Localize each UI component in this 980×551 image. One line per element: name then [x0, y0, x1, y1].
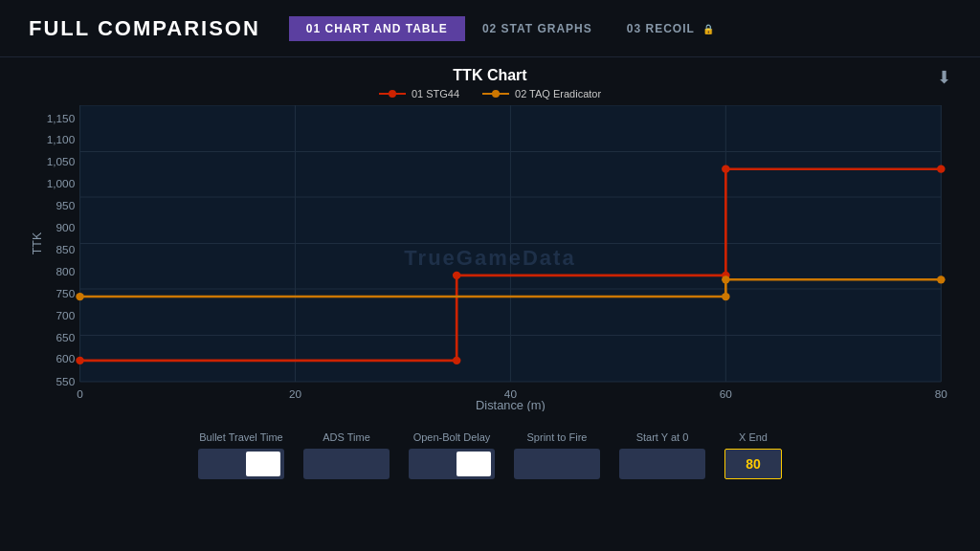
svg-text:850: 850 — [56, 244, 76, 255]
svg-text:TTK: TTK — [31, 231, 44, 254]
legend-label-taq: 02 TAQ Eradicator — [515, 88, 601, 99]
svg-text:700: 700 — [56, 310, 76, 321]
svg-text:550: 550 — [56, 376, 76, 387]
ads-time-toggle[interactable] — [303, 449, 390, 479]
legend-item-stg44: 01 STG44 — [379, 88, 459, 99]
ads-time-control: ADS Time — [303, 431, 390, 479]
svg-text:1,050: 1,050 — [47, 156, 75, 167]
bullet-travel-toggle[interactable] — [198, 449, 284, 479]
svg-point-42 — [937, 276, 946, 283]
header: FULL COMPARISON 01 CHART AND TABLE 02 ST… — [0, 0, 980, 57]
svg-point-39 — [76, 293, 84, 300]
svg-text:80: 80 — [935, 388, 947, 400]
bullet-travel-knob — [246, 452, 280, 476]
open-bolt-label: Open-Bolt Delay — [413, 431, 491, 443]
svg-text:1,000: 1,000 — [47, 178, 75, 189]
open-bolt-knob — [457, 452, 491, 476]
svg-text:900: 900 — [56, 222, 76, 233]
x-end-control: X End 80 — [724, 431, 782, 479]
sprint-fire-control: Sprint to Fire — [514, 431, 600, 479]
legend-line-red — [379, 93, 406, 95]
open-bolt-toggle[interactable] — [409, 449, 495, 479]
chart-wrapper: TrueGameData 550 600 — [29, 105, 951, 411]
x-end-value[interactable]: 80 — [724, 449, 782, 479]
svg-point-37 — [722, 165, 730, 173]
legend-line-orange — [482, 93, 509, 95]
start-y-label: Start Y at 0 — [636, 431, 689, 443]
svg-text:20: 20 — [289, 388, 301, 400]
svg-point-41 — [722, 276, 730, 283]
download-button[interactable]: ⬇ — [937, 67, 951, 88]
sprint-fire-label: Sprint to Fire — [527, 431, 588, 443]
sprint-fire-toggle[interactable] — [514, 449, 600, 479]
svg-text:650: 650 — [56, 332, 76, 343]
legend-item-taq: 02 TAQ Eradicator — [482, 88, 601, 99]
svg-point-33 — [76, 357, 84, 364]
chart-title: TTK Chart — [29, 67, 951, 84]
legend-label-stg44: 01 STG44 — [412, 88, 459, 99]
x-end-label: X End — [739, 431, 768, 443]
tab-stat-graphs[interactable]: 02 STAT GRAPHS — [465, 16, 610, 41]
svg-text:1,150: 1,150 — [47, 113, 75, 124]
tab-recoil[interactable]: 03 RECOIL 🔒 — [610, 16, 732, 41]
tab-chart-table[interactable]: 01 CHART AND TABLE — [289, 16, 465, 41]
chart-legend: 01 STG44 02 TAQ Eradicator — [29, 88, 951, 99]
svg-text:800: 800 — [56, 266, 76, 277]
page-title: FULL COMPARISON — [29, 16, 260, 41]
svg-point-35 — [453, 272, 461, 279]
open-bolt-control: Open-Bolt Delay — [409, 431, 495, 479]
start-y-toggle[interactable] — [619, 449, 705, 479]
svg-point-40 — [722, 293, 730, 300]
svg-text:60: 60 — [720, 388, 732, 400]
svg-point-38 — [937, 165, 946, 173]
svg-text:950: 950 — [56, 201, 76, 212]
svg-text:600: 600 — [56, 354, 76, 365]
svg-text:40: 40 — [504, 388, 517, 400]
bullet-travel-label: Bullet Travel Time — [199, 431, 282, 443]
lock-icon: 🔒 — [702, 24, 715, 34]
ttk-chart-svg: 550 600 650 700 750 800 850 900 950 1,00… — [29, 105, 951, 411]
tab-bar: 01 CHART AND TABLE 02 STAT GRAPHS 03 REC… — [289, 16, 732, 41]
ads-time-label: ADS Time — [323, 431, 370, 443]
svg-text:1,100: 1,100 — [47, 134, 75, 145]
bottom-controls: Bullet Travel Time ADS Time Open-Bolt De… — [0, 420, 980, 491]
svg-text:Distance (m): Distance (m) — [476, 399, 546, 411]
chart-container: TTK Chart 01 STG44 02 TAQ Eradicator Tru… — [0, 57, 980, 416]
start-y-control: Start Y at 0 — [619, 431, 705, 479]
svg-point-34 — [453, 357, 461, 364]
svg-text:0: 0 — [77, 388, 83, 400]
bullet-travel-control: Bullet Travel Time — [198, 431, 284, 479]
svg-text:750: 750 — [56, 288, 76, 299]
